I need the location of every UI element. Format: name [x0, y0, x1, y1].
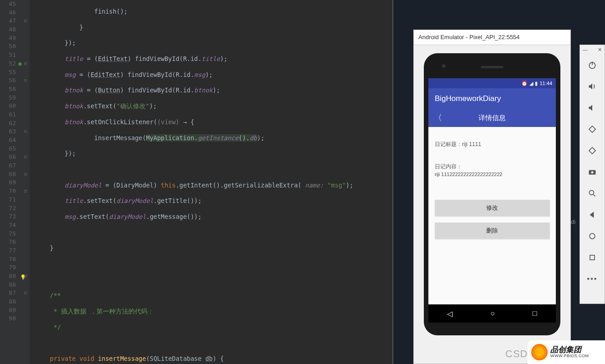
line-number: 58 — [0, 85, 30, 94]
more-icon[interactable]: ••• — [580, 268, 605, 289]
status-bar: ⏰ ◢ ▮ 11:44 — [428, 78, 556, 88]
signal-icon: ◢ — [529, 81, 533, 86]
line-number: 67 — [0, 162, 30, 170]
delete-button[interactable]: 删除 — [435, 222, 549, 239]
line-number: 88 — [0, 298, 30, 306]
line-number: 87⊟ — [0, 289, 30, 298]
line-number: 48 — [0, 25, 30, 34]
diary-content-label: 日记内容： — [435, 163, 549, 171]
emulator-window: Android Emulator - Pixel_API_22:5554 ⏰ ◢… — [413, 30, 571, 364]
status-time: 11:44 — [539, 81, 552, 86]
nav-bar: 〈 详情信息 — [428, 109, 556, 127]
line-number: 45 — [0, 0, 30, 9]
phone-speaker-icon — [481, 66, 503, 68]
line-number: 65 — [0, 145, 30, 153]
line-number: 72 — [0, 204, 30, 213]
rotate-left-icon[interactable] — [580, 118, 605, 140]
minimize-icon[interactable]: — — [583, 47, 588, 52]
home-nav-icon[interactable] — [580, 225, 605, 247]
svg-rect-9 — [590, 255, 595, 260]
zoom-icon[interactable] — [580, 182, 605, 204]
line-number: 49 — [0, 34, 30, 43]
close-icon[interactable]: ✕ — [598, 47, 602, 52]
code-content[interactable]: finish(); } }); title = (EditText) findV… — [30, 0, 392, 364]
back-nav-icon[interactable] — [580, 204, 605, 225]
phone-camera-icon — [442, 64, 446, 68]
svg-point-5 — [591, 171, 594, 173]
line-number: 61 — [0, 111, 30, 119]
line-number: ●52⊞ — [0, 60, 30, 68]
splitter[interactable] — [392, 0, 393, 364]
toolbar-window-controls: — ✕ — [580, 45, 605, 54]
line-number: 77 — [0, 247, 30, 255]
line-number: 89 — [0, 306, 30, 315]
watermark-cn: 品创集团 — [550, 346, 589, 354]
line-number: 70⊟ — [0, 187, 30, 196]
line-number: 64 — [0, 136, 30, 145]
line-number: 47⊟ — [0, 17, 30, 25]
line-number: 50 — [0, 42, 30, 51]
line-number: 59 — [0, 94, 30, 102]
code-editor[interactable]: 45 46 47⊟ 48 49 50 51 ●52⊞ 55 56⊟ 58 59 … — [0, 0, 392, 364]
watermark-logo: 品创集团 WWW.PBIDS.COM — [528, 340, 605, 364]
line-number: 79 — [0, 263, 30, 272]
csdn-watermark: CSD — [505, 348, 528, 360]
phone-screen[interactable]: ⏰ ◢ ▮ 11:44 BigHomeworkDiary 〈 详情信息 日记标题… — [428, 78, 556, 306]
nav-home-icon[interactable]: ○ — [490, 309, 495, 318]
svg-point-8 — [590, 233, 595, 239]
back-icon[interactable]: 〈 — [434, 112, 442, 123]
content-area: 日记标题：riji 1111 日记内容： riji 11122222222222… — [428, 127, 556, 306]
gutter: 45 46 47⊟ 48 49 50 51 ●52⊞ 55 56⊟ 58 59 … — [0, 0, 30, 364]
line-number: 68⊟ — [0, 170, 30, 179]
svg-line-7 — [594, 194, 595, 196]
emulator-toolbar: — ✕ ••• — [580, 45, 605, 304]
rotate-right-icon[interactable] — [580, 140, 605, 161]
overview-nav-icon[interactable] — [580, 247, 605, 268]
line-number: 💡80⊞ — [0, 272, 30, 281]
line-number: 60 — [0, 102, 30, 111]
phone-frame: ⏰ ◢ ▮ 11:44 BigHomeworkDiary 〈 详情信息 日记标题… — [424, 53, 560, 335]
modify-button[interactable]: 修改 — [435, 200, 549, 216]
volume-up-icon[interactable] — [580, 76, 605, 97]
alarm-icon: ⏰ — [521, 81, 528, 86]
diary-title-label: 日记标题：riji 1111 — [435, 141, 549, 148]
line-number: 66⊟ — [0, 153, 30, 162]
line-number: 76 — [0, 238, 30, 247]
battery-icon: ▮ — [535, 81, 538, 86]
line-number: 74 — [0, 221, 30, 230]
app-bar: BigHomeworkDiary — [428, 88, 556, 109]
page-title: 详情信息 — [478, 114, 506, 122]
nav-back-icon[interactable]: ◁ — [447, 309, 452, 318]
line-number: 56⊟ — [0, 76, 30, 85]
watermark-en: WWW.PBIDS.COM — [550, 354, 589, 359]
line-number: 73 — [0, 212, 30, 221]
power-icon[interactable] — [580, 54, 605, 76]
emulator-title: Android Emulator - Pixel_API_22:5554 — [414, 30, 570, 45]
diary-content-value: riji 1112222222222222222222 — [435, 172, 549, 177]
line-number: 55 — [0, 68, 30, 77]
svg-rect-2 — [589, 126, 595, 132]
line-number: 86 — [0, 281, 30, 289]
line-number: 46 — [0, 9, 30, 17]
line-number: 90 — [0, 314, 30, 323]
nav-recent-icon[interactable]: □ — [533, 309, 537, 318]
line-number: 62 — [0, 119, 30, 128]
line-number: 71 — [0, 196, 30, 204]
collapsed-panel-tab[interactable]: di — [571, 218, 575, 225]
app-title: BigHomeworkDiary — [435, 94, 501, 103]
logo-icon — [531, 344, 548, 360]
line-number: 78 — [0, 255, 30, 264]
camera-icon[interactable] — [580, 161, 605, 182]
android-nav: ◁ ○ □ — [428, 304, 556, 323]
line-number: 51 — [0, 51, 30, 60]
line-number: 63⊟ — [0, 127, 30, 136]
line-number: 75 — [0, 230, 30, 238]
line-number: 69 — [0, 178, 30, 187]
svg-point-6 — [589, 190, 594, 195]
svg-rect-3 — [589, 147, 595, 153]
volume-down-icon[interactable] — [580, 97, 605, 118]
